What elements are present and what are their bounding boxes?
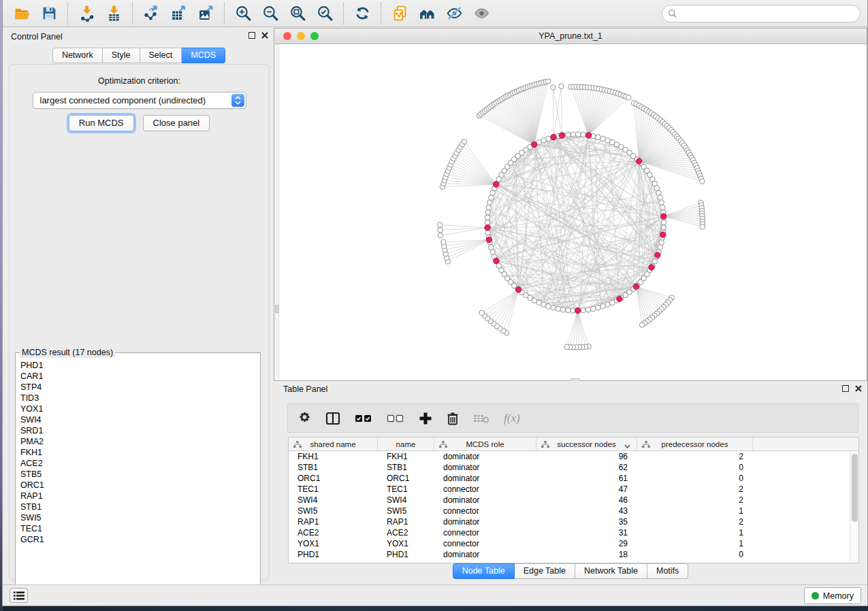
column-header-successor-nodes[interactable]: successor nodes <box>536 437 637 450</box>
network-node[interactable] <box>462 139 467 144</box>
tab-network[interactable]: Network <box>52 48 103 63</box>
function-builder-icon[interactable]: f(x) <box>504 412 520 425</box>
mcds-dominator-node[interactable] <box>515 287 521 293</box>
network-node[interactable] <box>639 323 645 328</box>
mcds-result-item[interactable]: GCR1 <box>20 534 259 545</box>
mcds-result-item[interactable]: SRD1 <box>20 425 259 436</box>
network-node[interactable] <box>566 308 571 313</box>
network-node[interactable] <box>566 132 571 137</box>
network-node[interactable] <box>575 132 581 137</box>
network-node[interactable] <box>479 310 485 316</box>
mcds-dominator-node[interactable] <box>551 134 556 139</box>
network-node[interactable] <box>661 225 666 231</box>
mcds-result-item[interactable]: TID3 <box>20 393 259 403</box>
network-node[interactable] <box>546 303 551 309</box>
show-all-icon[interactable] <box>468 3 495 24</box>
mcds-dominator-node[interactable] <box>585 133 591 138</box>
mcds-dominator-node[interactable] <box>655 252 660 258</box>
deselect-all-checkboxes-icon[interactable] <box>387 414 404 423</box>
refresh-layout-icon[interactable] <box>349 3 376 24</box>
show-column-icon[interactable] <box>325 412 340 425</box>
mcds-result-item[interactable]: CAR1 <box>20 371 259 382</box>
optimization-criterion-select[interactable]: largest connected component (undirected) <box>33 92 246 109</box>
mcds-result-item[interactable]: PHD1 <box>20 360 259 371</box>
search-input[interactable] <box>677 5 860 22</box>
mcds-dominator-node[interactable] <box>486 237 492 242</box>
close-panel-button[interactable]: Close panel <box>143 115 210 131</box>
mcds-result-item[interactable]: ORC1 <box>20 480 259 491</box>
mcds-result-item[interactable]: ACE2 <box>20 458 259 469</box>
mcds-dominator-node[interactable] <box>660 232 666 237</box>
network-node[interactable] <box>438 227 443 233</box>
float-panel-icon[interactable] <box>842 385 849 392</box>
tab-motifs[interactable]: Motifs <box>647 563 688 579</box>
delete-table-icon[interactable] <box>473 413 489 424</box>
export-network-icon[interactable] <box>138 3 165 24</box>
mcds-result-item[interactable]: SWI5 <box>20 512 259 523</box>
duplicate-network-icon[interactable] <box>386 3 413 24</box>
network-node[interactable] <box>437 222 443 228</box>
mcds-result-item[interactable]: YOX1 <box>20 403 259 414</box>
tab-mcds[interactable]: MCDS <box>182 48 225 63</box>
column-header-shared-name[interactable]: shared name <box>289 437 378 450</box>
search-field[interactable] <box>662 5 861 22</box>
mcds-dominator-node[interactable] <box>494 182 499 187</box>
close-panel-icon[interactable] <box>855 385 862 392</box>
network-node[interactable] <box>700 225 705 230</box>
zoom-fit-icon[interactable] <box>284 3 311 24</box>
network-node[interactable] <box>438 233 443 238</box>
import-network-icon[interactable] <box>73 3 100 24</box>
run-mcds-button[interactable]: Run MCDS <box>69 115 134 131</box>
mcds-dominator-node[interactable] <box>649 265 654 270</box>
network-node[interactable] <box>541 137 547 143</box>
mcds-result-item[interactable]: TEC1 <box>20 523 259 534</box>
table-row-ACE2[interactable]: ACE2ACE2connector311 <box>289 527 850 538</box>
network-node[interactable] <box>600 136 606 142</box>
delete-column-icon[interactable] <box>447 412 459 425</box>
network-node[interactable] <box>581 132 586 137</box>
network-node[interactable] <box>596 135 601 140</box>
add-column-icon[interactable] <box>419 412 432 425</box>
mcds-result-item[interactable]: PMA2 <box>20 436 259 447</box>
network-node[interactable] <box>605 302 611 308</box>
tab-edge-table[interactable]: Edge Table <box>515 563 575 579</box>
table-row-TEC1[interactable]: TEC1TEC1connector472 <box>289 484 850 495</box>
mcds-dominator-node[interactable] <box>633 284 639 289</box>
mcds-dominator-node[interactable] <box>494 258 499 263</box>
scrollbar-thumb[interactable] <box>852 454 858 522</box>
network-node[interactable] <box>546 136 551 142</box>
mcds-result-item[interactable]: RAP1 <box>20 491 259 501</box>
network-node[interactable] <box>487 200 493 205</box>
network-node[interactable] <box>488 245 494 250</box>
close-panel-icon[interactable] <box>261 32 268 39</box>
export-table-icon[interactable] <box>165 3 192 24</box>
mcds-dominator-node[interactable] <box>661 214 666 219</box>
table-scrollbar[interactable] <box>850 451 858 563</box>
tab-style[interactable]: Style <box>103 48 140 63</box>
first-neighbors-icon[interactable] <box>413 3 440 24</box>
network-node[interactable] <box>559 84 564 89</box>
mcds-dominator-node[interactable] <box>636 159 641 164</box>
network-node[interactable] <box>441 240 447 245</box>
network-node[interactable] <box>699 179 705 184</box>
network-node[interactable] <box>488 195 494 201</box>
network-node[interactable] <box>661 220 666 225</box>
network-node[interactable] <box>626 95 632 101</box>
table-row-FKH1[interactable]: FKH1FKH1dominator962 <box>289 451 850 462</box>
export-image-icon[interactable] <box>192 3 219 24</box>
table-row-SWI4[interactable]: SWI4SWI4dominator462 <box>289 495 850 506</box>
settings-gear-icon[interactable] <box>298 412 311 425</box>
open-file-icon[interactable] <box>8 3 35 24</box>
network-node[interactable] <box>551 305 556 310</box>
network-node[interactable] <box>596 305 601 310</box>
network-node[interactable] <box>485 220 490 225</box>
network-node[interactable] <box>564 344 570 350</box>
network-node[interactable] <box>581 308 586 313</box>
network-node[interactable] <box>551 85 556 90</box>
table-row-ORC1[interactable]: ORC1ORC1dominator610 <box>289 473 850 484</box>
network-node[interactable] <box>485 215 490 220</box>
float-panel-icon[interactable] <box>248 32 255 39</box>
column-header-MCDS-role[interactable]: MCDS role <box>434 437 536 450</box>
network-canvas[interactable] <box>279 44 867 380</box>
network-left-splitter[interactable] <box>274 44 279 380</box>
